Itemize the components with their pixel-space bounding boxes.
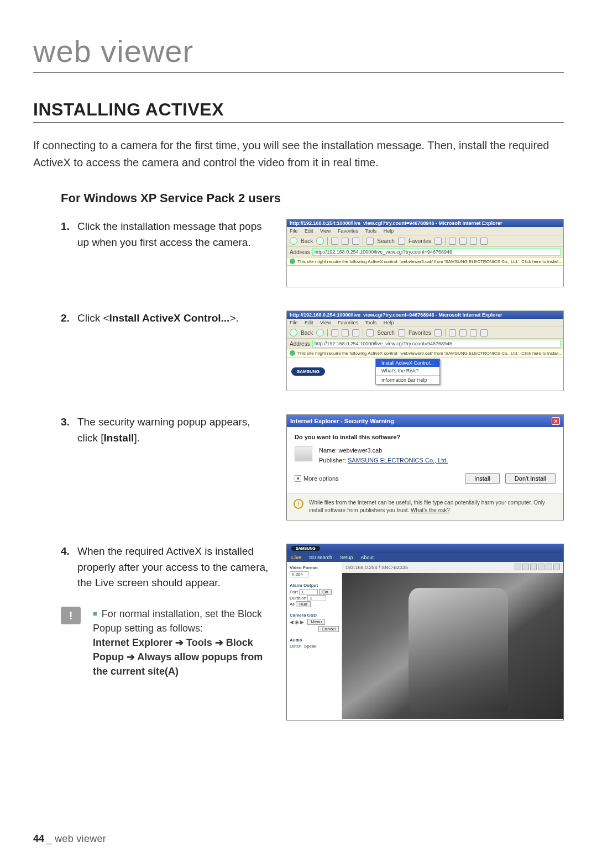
group-camera-osd: Camera OSD ◀ ◉ ▶ Menu Cancel: [290, 613, 339, 632]
stop-icon[interactable]: [331, 238, 338, 245]
favorites-icon[interactable]: [398, 238, 405, 245]
live-tabs: Live SD search Setup About: [287, 553, 563, 562]
ip-model-label: 192.168.0.254 / SNC-B2335: [345, 565, 408, 570]
hdr-icon-2[interactable]: [522, 564, 529, 570]
on-button[interactable]: On: [319, 589, 332, 595]
bullet-icon: ■: [93, 609, 97, 618]
step-2-text: 2. Click <Install ActiveX Control...>.: [61, 311, 271, 327]
ie-menu-bar: File Edit View Favorites Tools Help: [287, 227, 563, 235]
close-icon[interactable]: ×: [552, 417, 560, 425]
publisher-link[interactable]: SAMSUNG ELECTRONICS Co., Ltd.: [348, 457, 448, 464]
search-icon[interactable]: [366, 329, 374, 336]
activex-info-bar[interactable]: This site might require the following Ac…: [287, 257, 563, 266]
mail-icon[interactable]: [449, 238, 456, 245]
discuss-icon[interactable]: [480, 238, 488, 245]
menu-file[interactable]: File: [290, 228, 298, 234]
hdr-icon-5[interactable]: [546, 564, 552, 570]
back-icon[interactable]: [290, 329, 297, 336]
activex-info-bar[interactable]: This site might require the following Ac…: [287, 349, 563, 357]
refresh-icon[interactable]: [342, 238, 349, 245]
menu-favorites[interactable]: Favorites: [338, 228, 358, 234]
step-4-left-col: 4. When the required ActiveX is installe…: [61, 544, 271, 678]
speak-label[interactable]: Speak: [304, 644, 317, 649]
toolbar-separator: [445, 237, 446, 245]
menu-view[interactable]: View: [320, 320, 331, 325]
favorites-icon[interactable]: [398, 329, 405, 336]
footer-sep: _: [46, 833, 52, 844]
toolbar-separator: [363, 329, 363, 336]
arrow-right-icon[interactable]: ▶: [300, 619, 304, 625]
hdr-icon-1[interactable]: [515, 564, 521, 570]
step-4-row: 4. When the required ActiveX is installe…: [61, 544, 564, 720]
more-options-toggle[interactable]: ▾ More options: [295, 475, 339, 482]
header-icons: [514, 564, 560, 571]
arrow-center-icon[interactable]: ◉: [295, 619, 299, 625]
menu-help[interactable]: Help: [384, 228, 394, 234]
back-icon[interactable]: [290, 237, 297, 245]
menu-install-activex[interactable]: Install ActiveX Control...: [376, 359, 439, 367]
dont-install-button[interactable]: Don't Install: [505, 473, 556, 484]
port-select[interactable]: 1: [299, 589, 318, 595]
step-4-text: 4. When the required ActiveX is installe…: [61, 544, 271, 591]
address-input[interactable]: http://192.168.0.254:10000/live_view.cgi…: [312, 340, 561, 348]
step-3-row: 3. The security warning popup appears, c…: [61, 414, 564, 520]
edit-icon[interactable]: [470, 329, 477, 336]
menu-help[interactable]: Help: [384, 320, 394, 325]
cancel-button[interactable]: Cancel: [318, 626, 339, 632]
hdr-icon-4[interactable]: [538, 564, 544, 570]
edit-icon[interactable]: [470, 238, 477, 245]
tab-live[interactable]: Live: [291, 555, 301, 560]
toolbar-separator: [363, 237, 363, 245]
tab-sdsearch[interactable]: SD search: [309, 555, 332, 560]
steps-list: 1. Click the installation message that p…: [61, 219, 564, 720]
menu-tools[interactable]: Tools: [365, 320, 376, 325]
duration-select[interactable]: 1: [307, 595, 326, 601]
menu-edit[interactable]: Edit: [305, 228, 313, 234]
history-icon[interactable]: [434, 238, 442, 245]
page-footer: 44_ web viewer: [33, 833, 106, 845]
video-format-select[interactable]: h.264: [290, 571, 308, 577]
arrow-left-icon[interactable]: ◀: [290, 619, 294, 625]
print-icon[interactable]: [459, 238, 467, 245]
port-label: Port: [290, 590, 298, 595]
tab-setup[interactable]: Setup: [340, 555, 353, 560]
hdr-icon-3[interactable]: [530, 564, 537, 570]
menu-favorites[interactable]: Favorites: [338, 320, 358, 325]
ie-menu-bar: File Edit View Favorites Tools Help: [287, 319, 563, 327]
address-label: Address: [290, 341, 310, 347]
favorites-label[interactable]: Favorites: [409, 330, 431, 336]
home-icon[interactable]: [352, 329, 359, 336]
tab-about[interactable]: About: [361, 555, 374, 560]
run-button[interactable]: Run: [296, 601, 311, 607]
search-label[interactable]: Search: [377, 238, 395, 244]
refresh-icon[interactable]: [342, 329, 349, 336]
info-bar-text: This site might require the following Ac…: [297, 259, 562, 264]
stop-icon[interactable]: [331, 329, 338, 336]
menu-button[interactable]: Menu: [307, 619, 325, 625]
print-icon[interactable]: [459, 329, 467, 336]
dialog-title: Internet Explorer - Security Warning: [290, 418, 394, 424]
menu-info-bar-help[interactable]: Information Bar Help: [376, 376, 439, 384]
menu-tools[interactable]: Tools: [365, 228, 376, 234]
history-icon[interactable]: [434, 329, 442, 336]
favorites-label[interactable]: Favorites: [409, 238, 431, 244]
live-header: 192.168.0.254 / SNC-B2335: [342, 562, 563, 574]
menu-edit[interactable]: Edit: [305, 320, 313, 325]
search-label[interactable]: Search: [377, 330, 395, 336]
search-icon[interactable]: [366, 238, 374, 245]
hdr-icon-6[interactable]: [553, 564, 560, 570]
menu-view[interactable]: View: [320, 228, 331, 234]
menu-whats-the-risk[interactable]: What's the Risk?: [376, 367, 439, 375]
address-input[interactable]: http://192.168.0.254:10000/live_view.cgi…: [312, 248, 561, 256]
mail-icon[interactable]: [449, 329, 456, 336]
discuss-icon[interactable]: [480, 329, 488, 336]
home-icon[interactable]: [352, 238, 359, 245]
forward-icon[interactable]: [316, 237, 324, 245]
menu-file[interactable]: File: [290, 320, 298, 325]
listen-label[interactable]: Listen: [290, 644, 301, 649]
forward-icon[interactable]: [316, 329, 324, 336]
back-label[interactable]: Back: [301, 238, 313, 244]
install-button[interactable]: Install: [465, 473, 500, 484]
whats-the-risk-link[interactable]: What's the risk?: [411, 507, 450, 513]
back-label[interactable]: Back: [301, 330, 313, 336]
